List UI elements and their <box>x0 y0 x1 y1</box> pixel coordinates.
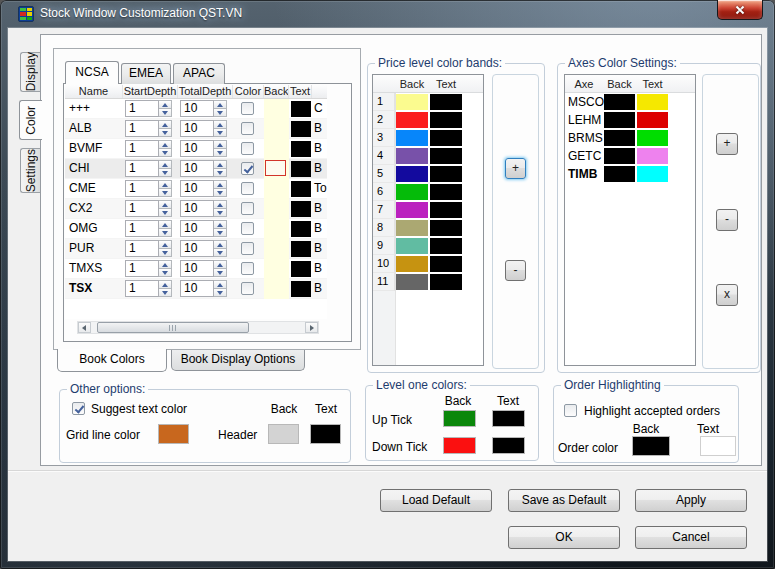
text-color-cell[interactable] <box>291 201 311 217</box>
total-depth-spin-buttons[interactable] <box>214 100 227 117</box>
header-back-color-swatch[interactable] <box>268 424 299 444</box>
total-depth-up-button[interactable] <box>214 220 227 229</box>
start-depth-down-button[interactable] <box>159 189 172 197</box>
start-depth-value[interactable]: 1 <box>125 140 159 157</box>
band-text-swatch[interactable] <box>430 94 462 110</box>
band-text-swatch[interactable] <box>430 184 462 200</box>
total-depth-spin-buttons[interactable] <box>214 240 227 257</box>
save-as-default-button[interactable]: Save as Default <box>508 489 620 512</box>
band-back-swatch[interactable] <box>396 220 428 236</box>
total-depth-value[interactable]: 10 <box>180 100 214 117</box>
total-depth-down-button[interactable] <box>214 289 227 297</box>
total-depth-value[interactable]: 10 <box>180 180 214 197</box>
region-tab-ncsa[interactable]: NCSA <box>65 61 119 84</box>
total-depth-value[interactable]: 10 <box>180 160 214 177</box>
band-back-swatch[interactable] <box>396 274 428 290</box>
band-back-swatch[interactable] <box>396 148 428 164</box>
band-back-swatch[interactable] <box>396 202 428 218</box>
start-depth-up-button[interactable] <box>159 260 172 269</box>
total-depth-up-button[interactable] <box>214 120 227 129</box>
start-depth-spin-buttons[interactable] <box>159 160 172 177</box>
start-depth-up-button[interactable] <box>159 120 172 129</box>
back-color-cell[interactable] <box>264 239 289 259</box>
total-depth-up-button[interactable] <box>214 240 227 249</box>
text-color-cell[interactable] <box>291 241 311 257</box>
start-depth-spin-buttons[interactable] <box>159 220 172 237</box>
total-depth-up-button[interactable] <box>214 280 227 289</box>
band-text-swatch[interactable] <box>430 256 462 272</box>
axes-remove-button[interactable]: - <box>716 209 738 231</box>
titlebar[interactable]: Stock Window Customization QST.VN <box>0 0 775 28</box>
total-depth-value[interactable]: 10 <box>180 280 214 297</box>
band-back-swatch[interactable] <box>396 256 428 272</box>
side-tab-display[interactable]: Display <box>20 52 41 92</box>
total-depth-value[interactable]: 10 <box>180 240 214 257</box>
band-text-swatch[interactable] <box>430 130 462 146</box>
text-color-cell[interactable] <box>291 221 311 237</box>
axe-text-swatch[interactable] <box>637 166 668 182</box>
total-depth-spin-buttons[interactable] <box>214 140 227 157</box>
start-depth-spin-buttons[interactable] <box>159 120 172 137</box>
total-depth-up-button[interactable] <box>214 180 227 189</box>
color-checkbox[interactable] <box>241 282 254 295</box>
bands-remove-button[interactable]: - <box>505 260 526 281</box>
start-depth-down-button[interactable] <box>159 209 172 217</box>
horizontal-scrollbar[interactable] <box>77 321 319 334</box>
total-depth-value[interactable]: 10 <box>180 220 214 237</box>
start-depth-value[interactable]: 1 <box>125 180 159 197</box>
start-depth-value[interactable]: 1 <box>125 260 159 277</box>
band-back-swatch[interactable] <box>396 94 428 110</box>
total-depth-value[interactable]: 10 <box>180 140 214 157</box>
total-depth-down-button[interactable] <box>214 129 227 137</box>
start-depth-down-button[interactable] <box>159 129 172 137</box>
ok-button[interactable]: OK <box>508 526 620 549</box>
region-tab-apac[interactable]: APAC <box>173 63 225 84</box>
start-depth-up-button[interactable] <box>159 240 172 249</box>
text-color-cell[interactable] <box>291 161 311 177</box>
axe-back-swatch[interactable] <box>604 112 635 128</box>
total-depth-spin-buttons[interactable] <box>214 260 227 277</box>
start-depth-down-button[interactable] <box>159 169 172 177</box>
axes-delete-button[interactable]: x <box>716 284 738 306</box>
start-depth-down-button[interactable] <box>159 249 172 257</box>
total-depth-value[interactable]: 10 <box>180 200 214 217</box>
scroll-left-button[interactable] <box>78 322 91 333</box>
header-text-color-swatch[interactable] <box>310 424 341 444</box>
band-text-swatch[interactable] <box>430 148 462 164</box>
axe-back-swatch[interactable] <box>604 166 635 182</box>
back-color-cell[interactable] <box>264 279 289 299</box>
text-color-cell[interactable] <box>291 101 311 117</box>
back-color-cell[interactable] <box>264 219 289 239</box>
up-tick-text-swatch[interactable] <box>492 410 525 427</box>
color-checkbox[interactable] <box>241 102 254 115</box>
axe-text-swatch[interactable] <box>637 112 668 128</box>
back-color-cell[interactable] <box>264 119 289 139</box>
color-checkbox[interactable] <box>241 122 254 135</box>
band-back-swatch[interactable] <box>396 184 428 200</box>
band-back-swatch[interactable] <box>396 238 428 254</box>
text-color-cell[interactable] <box>291 281 311 297</box>
book-tab-book-display-options[interactable]: Book Display Options <box>171 350 305 371</box>
band-back-swatch[interactable] <box>396 166 428 182</box>
start-depth-up-button[interactable] <box>159 220 172 229</box>
bands-add-button[interactable]: + <box>505 158 526 179</box>
total-depth-down-button[interactable] <box>214 189 227 197</box>
total-depth-spin-buttons[interactable] <box>214 120 227 137</box>
text-color-cell[interactable] <box>291 261 311 277</box>
start-depth-down-button[interactable] <box>159 289 172 297</box>
side-tab-color[interactable]: Color <box>19 100 42 140</box>
back-color-cell[interactable] <box>264 99 289 119</box>
scrollbar-thumb[interactable] <box>97 322 249 333</box>
color-checkbox[interactable] <box>241 202 254 215</box>
back-color-cell[interactable] <box>264 139 289 159</box>
axe-text-swatch[interactable] <box>637 94 668 110</box>
total-depth-down-button[interactable] <box>214 269 227 277</box>
suggest-text-color-checkbox[interactable] <box>72 402 85 415</box>
start-depth-up-button[interactable] <box>159 140 172 149</box>
total-depth-spin-buttons[interactable] <box>214 160 227 177</box>
load-default-button[interactable]: Load Default <box>380 489 492 512</box>
axe-text-swatch[interactable] <box>637 130 668 146</box>
total-depth-down-button[interactable] <box>214 149 227 157</box>
down-tick-back-swatch[interactable] <box>443 437 476 454</box>
side-tab-settings[interactable]: Settings <box>20 148 41 193</box>
